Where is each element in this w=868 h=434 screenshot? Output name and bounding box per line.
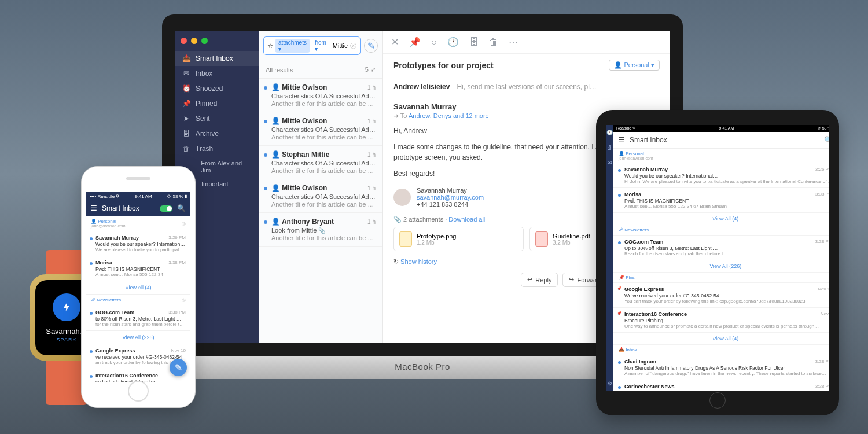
folder-icon: ➤ [183,115,190,122]
reply-button[interactable]: ↩ Reply [521,273,558,287]
ipad-pins-section[interactable]: 📌 Pins [613,273,829,283]
search-filter-from[interactable]: from ▾ [312,39,330,53]
folder-icon: 📥 [183,55,190,62]
list-item[interactable]: Corinechester News3:38 PMEnhance Your Li… [613,380,829,391]
sidebar-folder[interactable]: 🗄Archive [175,126,259,141]
rail-clock-icon[interactable]: 🕐 [606,130,613,135]
watch-app-name: Spark [57,337,77,343]
search-icon[interactable]: 🔍 [177,204,186,212]
close-icon[interactable]: ✕ [391,36,399,47]
mark-all-icon[interactable]: ◎ [182,297,186,303]
minimize-window[interactable] [191,38,197,44]
settings-icon[interactable]: ⚙ [608,381,612,387]
list-item[interactable]: Savannah Murray3:26 PMWould you be our s… [86,231,190,256]
message-item[interactable]: 👤 Mittie Owlson1 hCharacteristics Of A S… [259,179,382,213]
sidebar-folder[interactable]: ⏰Snoozed [175,81,259,96]
star-icon: ☆ [267,42,273,50]
view-all-personal[interactable]: View All (4) [86,281,190,295]
ipad-viewall-1[interactable]: View All (4) [613,213,829,225]
ipad-newsletters-section[interactable]: 🗞 Newsletters◎ [613,225,829,236]
folder-icon: 📌 [183,100,190,107]
list-item[interactable]: Morisa3:38 PMFwd: THIS IS MAGNIFICENTA m… [613,188,829,213]
list-item[interactable]: GOG.com Team3:38 PMUp to 80% off Risen 3… [613,236,829,260]
message-list-pane: ☆ attachmets ▾ from ▾ Mittie ⓧ ✎ All res… [259,31,383,343]
result-count: 5 [365,66,369,73]
ipad-viewall-2[interactable]: View All (226) [613,260,829,273]
personal-section[interactable]: 👤 Personaljohn@dawson.com ◎ [86,216,190,231]
message-item[interactable]: 👤 Mittie Owlson1 hCharacteristics Of A S… [259,112,382,146]
folder-icon: ✉ [183,70,190,77]
search-icon[interactable]: 🔍 [824,136,829,144]
newsletters-section[interactable]: 🗞 Newsletters ◎ [86,295,190,306]
window-controls [175,31,259,49]
pin-icon[interactable]: 📌 [409,36,421,47]
sidebar-folder[interactable]: 📥Smart Inbox [175,51,259,66]
macbook-label: MacBook Pro [395,362,450,372]
list-header-label: All results [266,67,293,73]
snooze-icon[interactable]: 🕐 [447,36,459,47]
iphone-device: •••• Readdle ⚲ 9:41 AM ⟳ 58 % ▮ ☰ Smart … [81,166,196,408]
message-item[interactable]: 👤 Anthony Bryant1 hLook from Mittie 📎Ano… [259,213,382,247]
ipad-nav-rail: 🕐 🗄 ✉ ⚙ [606,125,613,391]
recipients-link[interactable]: Andrew, Denys and 12 more [409,112,489,119]
rail-archive-icon[interactable]: 🗄 [607,145,612,150]
search-query: Mittie [333,42,348,49]
avatar [393,189,411,206]
collapsed-message[interactable]: Andrew Ielisieiev Hi, send me last versi… [393,78,660,95]
message-item[interactable]: 👤 Stephan Mittie1 hCharacteristics Of A … [259,146,382,179]
iphone-compose-button[interactable]: ✎ [170,359,187,376]
mark-all-icon[interactable]: ◎ [182,221,186,226]
ipad-status-bar: Readdle ⚲ 9:41 AM ⟳ 58 % ▮ [613,125,829,132]
list-item[interactable]: Interaction16 ConferenceNov 6Brochure Pi… [613,308,829,333]
view-all-news[interactable]: View All (226) [86,331,190,344]
sidebar-folder[interactable]: 🗑Trash [175,141,259,156]
ipad-personal-section[interactable]: 👤 Personaljohn@dawson.com ◎ [613,149,829,163]
sidebar-folder[interactable]: 📌Pinned [175,96,259,111]
compose-button[interactable]: ✎ [364,39,378,53]
show-history-link[interactable]: Show history [400,258,437,265]
attachment[interactable]: Prototype.png1.2 Mb [393,227,524,251]
smart-toggle[interactable] [160,205,172,212]
search-field[interactable]: ☆ attachmets ▾ from ▾ Mittie ⓧ [263,36,361,55]
sidebar-folder[interactable]: ✉Inbox [175,66,259,81]
list-item[interactable]: Chad Ingram3:38 PMNon Steroidal Anti Inf… [613,355,829,380]
list-item[interactable]: GOG.com Team3:38 PMto 80% off Risen 3, M… [86,306,190,331]
ipad-inbox-section[interactable]: 📥 Inbox [613,345,829,355]
list-item[interactable]: Google ExpressNov 10We've received your … [613,283,829,308]
close-window[interactable] [181,38,187,44]
sidebar-folder[interactable]: ➤Sent [175,111,259,126]
spark-app-icon [53,293,80,321]
iphone-title: Smart Inbox [102,204,155,212]
ipad-device: 🕐 🗄 ✉ ⚙ Readdle ⚲ 9:41 AM ⟳ 58 % ▮ ☰ Sma… [596,110,839,415]
download-all-link[interactable]: Download all [448,216,485,223]
sig-email-link[interactable]: savannah@murray.com [417,194,484,201]
account-badge[interactable]: 👤 Personal ▾ [609,60,660,71]
folder-icon [189,163,195,170]
folder-icon: 🗑 [183,145,190,152]
email-subject: Prototypes for our project [393,61,494,70]
menu-icon[interactable]: ☰ [619,136,625,144]
folder-icon: ⏰ [183,85,190,92]
rail-mail-icon[interactable]: ✉ [608,160,612,165]
mark-read-icon[interactable]: ○ [431,37,437,47]
ipad-viewall-3[interactable]: View All (4) [613,333,829,345]
folder-icon: 🗄 [183,130,190,137]
archive-icon[interactable]: 🗄 [469,37,479,47]
list-item[interactable]: Morisa3:38 PMFwd: THIS IS MAGNIFICENTA m… [86,256,190,281]
iphone-status-bar: •••• Readdle ⚲ 9:41 AM ⟳ 58 % ▮ [86,192,190,201]
ipad-title: Smart Inbox [630,136,667,144]
clear-search-icon[interactable]: ⓧ [350,42,356,50]
trash-icon[interactable]: 🗑 [489,37,498,47]
list-item[interactable]: Savannah Murray3:26 PMWould you be our s… [613,163,829,188]
message-item[interactable]: 👤 Mittie Owlson1 hCharacteristics Of A S… [259,79,382,112]
search-filter-attachments[interactable]: attachmets ▾ [275,39,310,53]
maximize-window[interactable] [201,38,208,44]
more-icon[interactable]: ⋯ [509,36,518,47]
menu-icon[interactable]: ☰ [91,204,97,212]
